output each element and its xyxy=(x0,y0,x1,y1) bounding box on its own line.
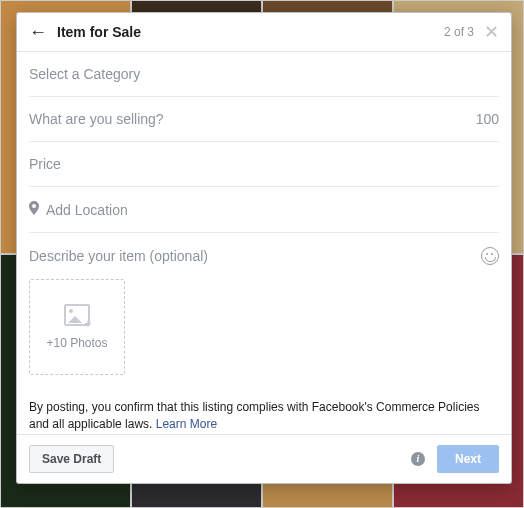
step-counter: 2 of 3 xyxy=(444,25,474,39)
title-field[interactable]: 100 xyxy=(29,97,499,142)
description-label: Describe your item (optional) xyxy=(29,248,481,264)
price-field[interactable] xyxy=(29,142,499,187)
plus-icon: + xyxy=(83,319,93,329)
location-input[interactable] xyxy=(45,202,499,218)
save-draft-button[interactable]: Save Draft xyxy=(29,445,114,473)
modal-body: 100 Describe your item (optional) + +10 … xyxy=(17,52,511,434)
add-photos-button[interactable]: + +10 Photos xyxy=(29,279,125,375)
image-placeholder-icon: + xyxy=(64,304,90,326)
category-input[interactable] xyxy=(29,66,499,82)
info-icon[interactable]: i xyxy=(411,452,425,466)
modal-footer: Save Draft i Next xyxy=(17,434,511,483)
title-input[interactable] xyxy=(29,111,476,127)
modal-header: ← Item for Sale 2 of 3 ✕ xyxy=(17,13,511,52)
item-for-sale-modal: ← Item for Sale 2 of 3 ✕ 100 Describe yo… xyxy=(16,12,512,484)
learn-more-link[interactable]: Learn More xyxy=(156,417,217,431)
add-photos-label: +10 Photos xyxy=(46,336,107,350)
description-row: Describe your item (optional) xyxy=(29,233,499,273)
close-icon[interactable]: ✕ xyxy=(484,23,499,41)
next-button[interactable]: Next xyxy=(437,445,499,473)
price-input[interactable] xyxy=(29,156,499,172)
emoji-picker-icon[interactable] xyxy=(481,247,499,265)
location-field[interactable] xyxy=(29,187,499,233)
modal-title: Item for Sale xyxy=(57,24,444,40)
back-arrow-icon[interactable]: ← xyxy=(29,23,47,41)
char-count: 100 xyxy=(476,111,499,127)
terms-prefix: By posting, you confirm that this listin… xyxy=(29,400,479,431)
location-pin-icon xyxy=(29,201,39,218)
category-field[interactable] xyxy=(29,52,499,97)
terms-text: By posting, you confirm that this listin… xyxy=(29,389,499,434)
